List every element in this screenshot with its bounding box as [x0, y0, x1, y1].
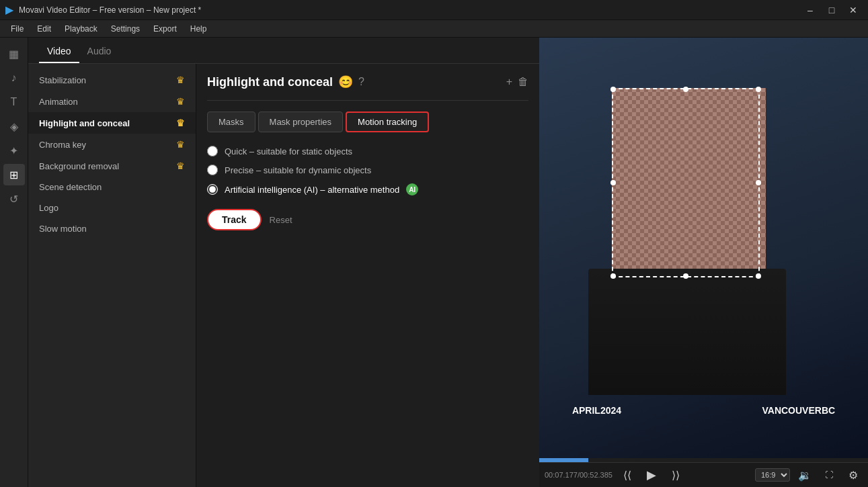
selection-box: [612, 88, 760, 277]
tool-video[interactable]: ▦: [3, 43, 25, 64]
crown-icon-0: ♛: [176, 75, 185, 85]
sidebar-item-background-removal[interactable]: Background removal ♛: [28, 155, 196, 177]
window-controls: – □ ✕: [801, 1, 863, 19]
sidebar-item-animation[interactable]: Animation ♛: [28, 91, 196, 112]
sub-tabs: Masks Mask properties Motion tracking: [207, 112, 528, 132]
close-button[interactable]: ✕: [844, 1, 863, 19]
content-area: Stabilization ♛ Animation ♛ Highlight an…: [28, 64, 539, 487]
add-mask-button[interactable]: +: [506, 76, 512, 88]
preview-video: APRIL2024 VANCOUVERBC: [539, 38, 868, 458]
section-header: Highlight and conceal 😊 ? + 🗑: [207, 75, 528, 89]
radio-precise[interactable]: [207, 165, 218, 175]
main-content: Highlight and conceal 😊 ? + 🗑 Masks Mask…: [196, 64, 539, 487]
aspect-ratio-select[interactable]: 16:9: [755, 468, 790, 482]
person-body: [588, 269, 785, 395]
track-button[interactable]: Track: [207, 209, 262, 230]
sidebar-item-highlight-conceal[interactable]: Highlight and conceal ♛: [28, 112, 196, 134]
preview-controls: 00:07.177/00:52.385 ⟨⟨ ▶ ⟩⟩ 16:9 🔉 ⛶ ⚙: [539, 462, 868, 487]
sidebar: Stabilization ♛ Animation ♛ Highlight an…: [28, 64, 196, 487]
handle-rm: [756, 180, 761, 185]
app-icon: ▶: [5, 3, 13, 16]
skip-back-button[interactable]: ⟨⟨: [618, 466, 637, 484]
sidebar-item-scene-detection[interactable]: Scene detection: [28, 177, 196, 197]
bottom-left-text: APRIL2024: [572, 405, 621, 416]
time-display: 00:07.177/00:52.385: [545, 471, 613, 479]
tracking-options: Quick – suitable for static objects Prec…: [207, 146, 528, 195]
crown-icon-4: ♛: [176, 161, 185, 171]
help-button[interactable]: ?: [358, 76, 364, 88]
tab-masks[interactable]: Masks: [207, 112, 255, 132]
app-title: ▶ Movavi Video Editor – Free version – N…: [5, 3, 201, 16]
radio-ai[interactable]: [207, 184, 218, 195]
menu-settings[interactable]: Settings: [106, 23, 145, 35]
menubar: File Edit Playback Settings Export Help: [0, 20, 868, 38]
sidebar-item-slow-motion[interactable]: Slow motion: [28, 218, 196, 239]
media-tabs: Video Audio: [28, 38, 539, 64]
option-ai[interactable]: Artificial intelligence (AI) – alternati…: [207, 183, 528, 195]
menu-help[interactable]: Help: [185, 23, 212, 35]
section-actions: + 🗑: [506, 76, 528, 88]
preview-bottom-text: APRIL2024 VANCOUVERBC: [572, 405, 835, 416]
tab-video[interactable]: Video: [39, 43, 79, 63]
tool-motion[interactable]: ↺: [3, 188, 25, 210]
bottom-right-text: VANCOUVERBC: [762, 405, 835, 416]
action-buttons: Track Reset: [207, 209, 528, 230]
panel-top: Video Audio Stabilization ♛ Animation ♛: [28, 38, 539, 487]
play-button[interactable]: ▶: [642, 466, 661, 484]
fullscreen-button[interactable]: ⛶: [820, 466, 838, 484]
left-toolbar: ▦ ♪ T ◈ ✦ ⊞ ↺: [0, 38, 28, 487]
handle-tr: [756, 87, 761, 92]
crown-icon-1: ♛: [176, 96, 185, 107]
sidebar-item-stabilization[interactable]: Stabilization ♛: [28, 69, 196, 91]
reset-button[interactable]: Reset: [270, 215, 292, 225]
maximize-button[interactable]: □: [822, 1, 841, 19]
main-layout: ▦ ♪ T ◈ ✦ ⊞ ↺ Video Audio Stabilization …: [0, 38, 868, 487]
volume-button[interactable]: 🔉: [795, 466, 814, 484]
section-divider: [207, 100, 528, 101]
titlebar: ▶ Movavi Video Editor – Free version – N…: [0, 0, 868, 20]
menu-export[interactable]: Export: [148, 23, 182, 35]
settings-preview-button[interactable]: ⚙: [844, 466, 863, 484]
handle-br: [756, 273, 761, 279]
sidebar-item-logo[interactable]: Logo: [28, 197, 196, 218]
handle-lm: [610, 180, 616, 185]
preview-scene: APRIL2024 VANCOUVERBC: [539, 38, 868, 458]
menu-playback[interactable]: Playback: [59, 23, 103, 35]
menu-edit[interactable]: Edit: [32, 23, 56, 35]
option-quick[interactable]: Quick – suitable for static objects: [207, 146, 528, 157]
tab-mask-properties[interactable]: Mask properties: [258, 112, 343, 132]
tool-filters[interactable]: ⊞: [3, 164, 25, 185]
center-panel: Video Audio Stabilization ♛ Animation ♛: [28, 38, 539, 487]
handle-tm: [683, 87, 688, 92]
tool-audio[interactable]: ♪: [3, 67, 25, 89]
tab-motion-tracking[interactable]: Motion tracking: [346, 112, 429, 132]
tool-transitions[interactable]: ◈: [3, 116, 25, 137]
ai-badge: AI: [406, 183, 418, 195]
section-emoji: 😊: [338, 75, 353, 89]
minimize-button[interactable]: –: [801, 1, 820, 19]
tool-text[interactable]: T: [3, 91, 25, 113]
radio-quick[interactable]: [207, 146, 218, 157]
tool-effects[interactable]: ✦: [3, 140, 25, 161]
section-title: Highlight and conceal: [207, 75, 333, 89]
skip-forward-button[interactable]: ⟩⟩: [666, 466, 685, 484]
menu-file[interactable]: File: [5, 23, 29, 35]
crown-icon-3: ♛: [176, 139, 185, 150]
option-precise[interactable]: Precise – suitable for dynamic objects: [207, 165, 528, 175]
crown-icon-2: ♛: [176, 118, 185, 128]
handle-tl: [610, 87, 616, 92]
delete-mask-button[interactable]: 🗑: [518, 76, 528, 88]
handle-bm: [683, 273, 688, 279]
preview-panel: APRIL2024 VANCOUVERBC 00:07.177/00:52.38…: [539, 38, 868, 487]
tab-audio[interactable]: Audio: [79, 43, 120, 63]
handle-bl: [610, 273, 616, 279]
sidebar-item-chroma-key[interactable]: Chroma key ♛: [28, 134, 196, 155]
